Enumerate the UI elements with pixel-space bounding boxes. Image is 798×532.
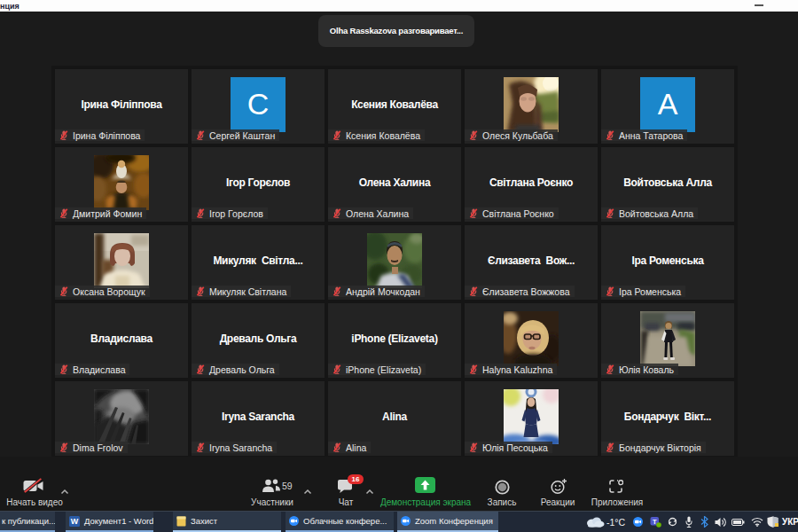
svg-text:T: T — [653, 518, 657, 526]
svg-text:W: W — [71, 517, 79, 526]
